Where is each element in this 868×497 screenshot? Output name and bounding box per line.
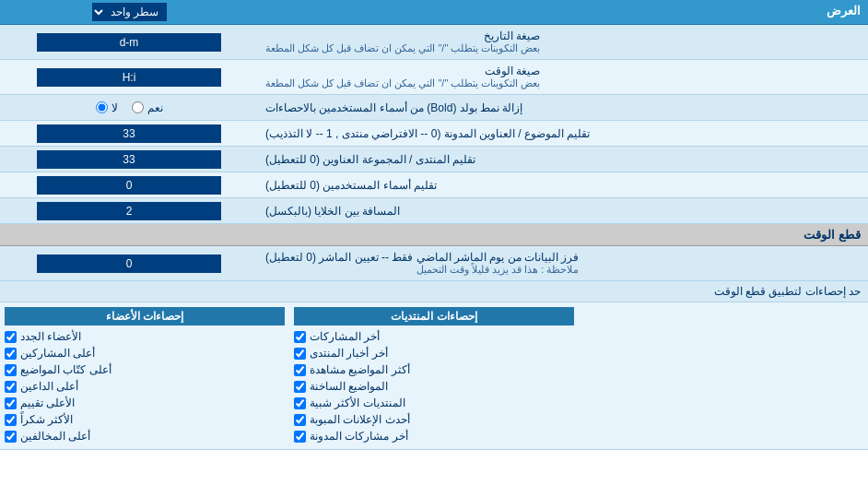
cutoff-label: فرز البيانات من يوم الماشر الماضي فقط --… [258, 246, 868, 280]
top-posters-checkbox[interactable] [5, 348, 17, 360]
checkboxes-section: إحصاءات المنتديات أخر المشاركات أخر أخبا… [0, 302, 868, 450]
cutoff-control [0, 246, 258, 280]
bold-yes-radio[interactable] [132, 101, 144, 113]
bold-yes-option[interactable]: نعم [132, 101, 163, 114]
main-container: العرض سطر واحد سطران ثلاثة أسطر صيغة الت… [0, 0, 868, 450]
bold-remove-label: إزالة نمط بولد (Bold) من أسماء المستخدمي… [258, 97, 868, 119]
forum-trim-label: تقليم المنتدى / المجموعة العناوين (0 للت… [258, 147, 868, 172]
most-similar-item: المنتديات الأكثر شبية [294, 395, 574, 411]
most-thanks-item: الأكثر شكراً [5, 411, 285, 428]
latest-mentions-item: أخر مشاركات المدونة [294, 428, 574, 444]
display-select[interactable]: سطر واحد سطران ثلاثة أسطر [92, 3, 167, 21]
topic-trim-control [0, 121, 258, 146]
date-format-label: صيغة التاريخ بعض التكوينات يتطلب "/" الت… [258, 25, 868, 59]
most-viewed-checkbox[interactable] [294, 364, 306, 376]
topic-trim-row: تقليم الموضوع / العناوين المدونة (0 -- ا… [0, 121, 868, 147]
username-trim-control [0, 172, 258, 197]
members-stats-header: إحصاءات الأعضاء [5, 307, 285, 325]
time-format-input[interactable] [37, 68, 221, 87]
bold-remove-row: إزالة نمط بولد (Bold) من أسماء المستخدمي… [0, 95, 868, 121]
time-format-label: صيغة الوقت بعض التكوينات يتطلب "/" التي … [258, 60, 868, 94]
top-writers-checkbox[interactable] [5, 364, 17, 376]
new-members-checkbox[interactable] [5, 331, 17, 343]
cutoff-section-header: قطع الوقت [0, 224, 868, 246]
hot-topics-checkbox[interactable] [294, 381, 306, 393]
stats-limit-label: حد إحصاءات لتطبيق قطع الوقت [714, 285, 861, 298]
date-format-input[interactable] [37, 33, 221, 52]
top-referrers-checkbox[interactable] [5, 381, 17, 393]
time-format-row: صيغة الوقت بعض التكوينات يتطلب "/" التي … [0, 60, 868, 95]
posts-stats-column: إحصاءات المنتديات أخر المشاركات أخر أخبا… [289, 307, 579, 444]
header-label: العرض [258, 0, 868, 24]
top-visitors-item: أعلى المخالفين [5, 428, 285, 444]
time-format-control [0, 60, 258, 94]
top-writers-item: أعلى كتّاب المواضيع [5, 361, 285, 378]
bold-remove-control: نعم لا [0, 99, 258, 117]
stats-limit-row: حد إحصاءات لتطبيق قطع الوقت [0, 281, 868, 302]
cutoff-row: فرز البيانات من يوم الماشر الماضي فقط --… [0, 246, 868, 281]
username-trim-row: تقليم أسماء المستخدمين (0 للتعطيل) [0, 172, 868, 198]
cell-gap-control [0, 198, 258, 223]
top-posters-item: أعلى المشاركين [5, 345, 285, 361]
most-viewed-item: أكثر المواضيع مشاهدة [294, 361, 574, 378]
top-raters-checkbox[interactable] [5, 397, 17, 409]
most-thanks-checkbox[interactable] [5, 414, 17, 426]
username-trim-input[interactable] [37, 176, 221, 195]
latest-ads-item: أحدث الإعلانات المبوبة [294, 411, 574, 428]
latest-posts-item: أخر المشاركات [294, 328, 574, 345]
posts-stats-header: إحصاءات المنتديات [294, 307, 574, 325]
latest-ads-checkbox[interactable] [294, 414, 306, 426]
username-trim-label: تقليم أسماء المستخدمين (0 للتعطيل) [258, 172, 868, 197]
top-visitors-checkbox[interactable] [5, 431, 17, 443]
forum-trim-input[interactable] [37, 150, 221, 169]
forum-trim-control [0, 147, 258, 172]
topic-trim-input[interactable] [37, 124, 221, 143]
stats-limit-col [579, 307, 868, 444]
topic-trim-label: تقليم الموضوع / العناوين المدونة (0 -- ا… [258, 121, 868, 146]
new-members-item: الأعضاء الجدد [5, 328, 285, 345]
latest-forum-news-item: أخر أخبار المنتدى [294, 345, 574, 361]
header-control: سطر واحد سطران ثلاثة أسطر [0, 0, 258, 24]
latest-posts-checkbox[interactable] [294, 331, 306, 343]
date-format-row: صيغة التاريخ بعض التكوينات يتطلب "/" الت… [0, 25, 868, 60]
header-row: العرض سطر واحد سطران ثلاثة أسطر [0, 0, 868, 25]
cutoff-input[interactable] [37, 254, 221, 273]
members-stats-column: إحصاءات الأعضاء الأعضاء الجدد أعلى المشا… [0, 307, 289, 444]
cell-gap-row: المسافة بين الخلايا (بالبكسل) [0, 198, 868, 224]
top-raters-item: الأعلى تقييم [5, 395, 285, 411]
top-referrers-item: أعلى الداعين [5, 378, 285, 395]
cell-gap-label: المسافة بين الخلايا (بالبكسل) [258, 198, 868, 223]
most-similar-checkbox[interactable] [294, 397, 306, 409]
bold-no-radio[interactable] [96, 101, 108, 113]
cell-gap-input[interactable] [37, 202, 221, 220]
hot-topics-item: المواضيع الساخنة [294, 378, 574, 395]
latest-mentions-checkbox[interactable] [294, 431, 306, 443]
date-format-control [0, 25, 258, 59]
forum-trim-row: تقليم المنتدى / المجموعة العناوين (0 للت… [0, 147, 868, 172]
latest-forum-news-checkbox[interactable] [294, 348, 306, 360]
bold-no-option[interactable]: لا [96, 101, 118, 114]
